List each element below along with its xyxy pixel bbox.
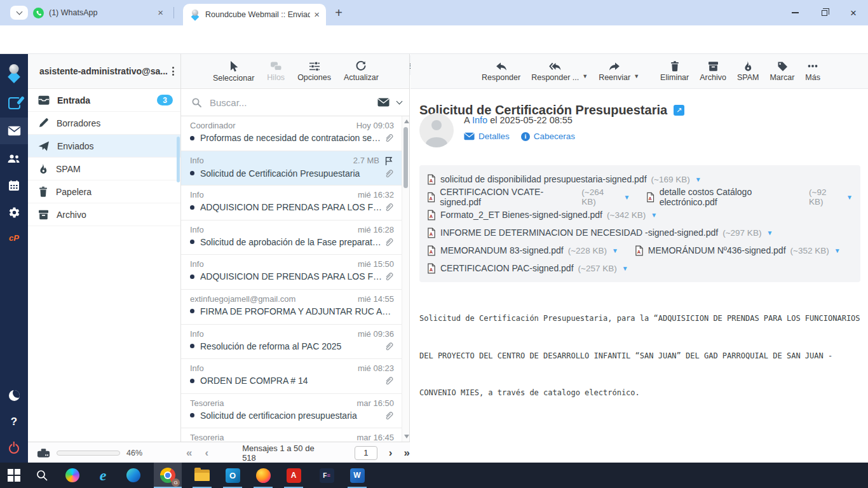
reply-all-caret-icon[interactable]: ▼ [582, 73, 588, 79]
archive-button[interactable]: Archivo [700, 61, 726, 82]
roundcube-logo[interactable] [0, 59, 28, 86]
mark-button[interactable]: Marcar [770, 60, 794, 82]
taskbar-fes-button[interactable]: F≡ [313, 463, 341, 488]
sidebar-item-papelera[interactable]: Papelera [28, 180, 180, 203]
minimize-button[interactable] [780, 0, 810, 25]
taskbar-cortana-button[interactable] [58, 463, 86, 488]
message-row[interactable]: Infomié 16:32 ADQUISICION DE PRENDAS PAR… [181, 186, 402, 220]
select-button[interactable]: Seleccionar [213, 60, 254, 83]
message-row[interactable]: Tesoreriamar 16:45 [181, 428, 402, 442]
attachment-menu-icon[interactable]: ▼ [651, 212, 657, 219]
search-scope-mail-icon[interactable] [377, 98, 390, 107]
attachment-menu-icon[interactable]: ▼ [846, 194, 853, 201]
taskbar-ie-button[interactable]: e [89, 463, 117, 488]
close-icon[interactable]: × [310, 9, 326, 21]
spam-button[interactable]: SPAM [737, 60, 759, 82]
restore-button[interactable] [810, 0, 839, 25]
close-icon[interactable]: × [154, 7, 170, 19]
last-page-button[interactable]: » [404, 447, 410, 459]
cpanel-button[interactable]: cP [0, 224, 28, 251]
taskbar-firefox-button[interactable] [249, 463, 277, 488]
account-menu-button[interactable] [172, 67, 174, 76]
attachment-menu-icon[interactable]: ▼ [766, 229, 773, 236]
forward-caret-icon[interactable]: ▼ [634, 73, 639, 79]
logout-button[interactable] [0, 435, 28, 462]
scrollbar-thumb[interactable] [403, 127, 408, 188]
taskbar-edge-button[interactable] [119, 463, 147, 488]
attachment-menu-icon[interactable]: ▼ [695, 176, 702, 183]
compose-button[interactable] [0, 90, 28, 116]
tab-whatsapp[interactable]: (1) WhatsApp × [33, 0, 170, 25]
prev-page-button[interactable]: ‹ [205, 447, 208, 459]
attachment-link[interactable]: A Formato_2_ET Bienes-signed-signed.pdf … [427, 210, 657, 220]
message-row[interactable]: Tesoreriamar 16:50 Solicitud de certific… [181, 394, 402, 429]
details-toggle[interactable]: Detalles [464, 132, 510, 141]
dark-mode-button[interactable] [0, 382, 28, 409]
message-row[interactable]: CoordinadorHoy 09:03 Proformas de necesi… [181, 116, 402, 151]
contacts-nav-button[interactable] [0, 146, 28, 172]
attachment-link[interactable]: A solicitud de disponibilidad presupuest… [427, 174, 702, 185]
search-options-chevron-icon[interactable] [397, 98, 403, 105]
calendar-nav-button[interactable] [0, 172, 28, 199]
taskbar-chrome-button[interactable]: G [154, 463, 182, 488]
taskbar-explorer-button[interactable] [188, 463, 216, 488]
close-button[interactable]: × [839, 0, 868, 25]
forward-button[interactable]: Reenviar [599, 61, 630, 82]
message-row[interactable]: Infomié 15:50 ADQUISICION DE PRENDAS PAR… [181, 255, 402, 290]
attachment-link[interactable]: A INFORME DE DETERMINACION DE NECESIDAD … [427, 227, 773, 238]
first-page-button[interactable]: « [186, 447, 192, 459]
list-scrollbar[interactable] [402, 116, 409, 442]
message-row-selected[interactable]: Info2.7 MB Solicitud de Certificación Pr… [181, 151, 402, 186]
attachment-menu-icon[interactable]: ▼ [612, 247, 618, 254]
attachment-link[interactable]: A CERTIFICACION PAC-signed.pdf (~257 KB)… [427, 263, 628, 274]
attachment-menu-icon[interactable]: ▼ [834, 247, 841, 254]
sidebar-scrollbar[interactable] [177, 137, 180, 182]
flag-icon[interactable] [384, 156, 394, 166]
mail-nav-button[interactable] [0, 118, 28, 144]
attachment-menu-icon[interactable]: ▼ [623, 194, 630, 201]
tab-roundcube[interactable]: Roundcube Webmail :: Enviados × [183, 4, 326, 25]
sidebar-item-borradores[interactable]: Borradores [28, 112, 180, 135]
refresh-button[interactable]: Actualizar [344, 60, 379, 82]
scroll-down-icon[interactable] [404, 435, 409, 438]
taskbar-acrobat-button[interactable]: A [280, 463, 308, 488]
message-row[interactable]: Infomié 09:36 Resolución de reforma al P… [181, 325, 402, 360]
page-number-input[interactable] [355, 446, 377, 460]
recipient-link[interactable]: Info [472, 115, 487, 125]
more-button[interactable]: Más [805, 60, 820, 82]
message-row[interactable]: Infomié 08:23 ORDEN DE COMPRA # 14 [181, 359, 402, 394]
mail-icon [8, 126, 21, 136]
help-button[interactable]: ? [0, 409, 28, 435]
attachment-link[interactable]: A detalle costos Catálogo electrónico.pd… [646, 187, 853, 207]
archive-icon [38, 210, 49, 220]
open-in-new-window-icon[interactable]: ↗ [674, 105, 684, 116]
attachment-menu-icon[interactable]: ▼ [622, 265, 628, 272]
sidebar-item-archivo[interactable]: Archivo [28, 203, 180, 226]
tab-search-button[interactable] [10, 6, 28, 20]
message-row[interactable]: Infomié 16:28 Solicitud de aprobación de… [181, 220, 402, 255]
settings-nav-button[interactable] [0, 199, 28, 226]
sidebar-item-enviados[interactable]: Enviados [28, 135, 180, 158]
headers-toggle[interactable]: i Cabeceras [521, 132, 575, 141]
start-button[interactable] [0, 463, 28, 488]
attachment-link[interactable]: A MEMORANDUM 83-signed.pdf (~228 KB) ▼ [427, 245, 618, 256]
attachment-link[interactable]: A MEMORÁNDUM Nº436-signed.pdf (~352 KB) … [635, 245, 841, 256]
scroll-up-icon[interactable] [404, 119, 409, 123]
outlook-icon: O [226, 468, 240, 483]
new-tab-button[interactable]: + [330, 5, 347, 22]
options-button[interactable]: Opciones [297, 61, 331, 82]
attachment-link[interactable]: A CERTIFICACION VCATE-signed.pdf (~264 K… [427, 187, 630, 207]
next-page-button[interactable]: › [389, 447, 393, 459]
taskbar-word-button[interactable]: W [343, 463, 371, 488]
sidebar-item-spam[interactable]: SPAM [28, 158, 180, 180]
message-row[interactable]: extinfuegojamell@gmail.commié 14:55 FIRM… [181, 290, 402, 325]
search-input[interactable] [210, 97, 377, 108]
sidebar-item-entrada[interactable]: Entrada 3 [28, 89, 180, 112]
reply-button[interactable]: Responder [482, 61, 520, 82]
storage-icon [37, 448, 50, 458]
delete-button[interactable]: Eliminar [660, 60, 689, 82]
taskbar-search-button[interactable] [28, 463, 56, 488]
reply-all-button[interactable]: Responder ... [531, 61, 579, 82]
taskbar-outlook-button[interactable]: O [219, 463, 247, 488]
threads-button[interactable]: Hilos [267, 61, 285, 82]
